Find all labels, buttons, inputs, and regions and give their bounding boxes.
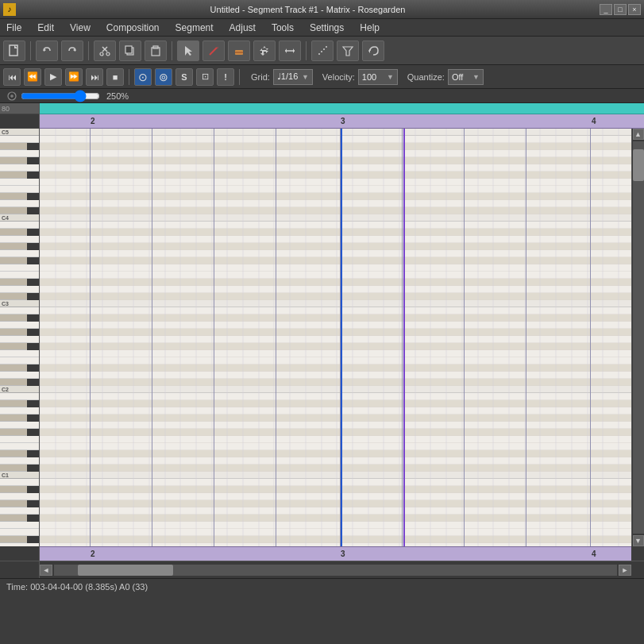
piano-key-B3[interactable] [0,222,39,229]
menu-view[interactable]: View [67,21,94,35]
punch-button[interactable]: ⊡ [196,68,214,86]
piano-key-B1[interactable] [0,393,39,400]
filter-button[interactable] [337,40,359,61]
piano-key-C1[interactable]: C1 [0,472,39,479]
redo-button[interactable] [61,40,83,61]
piano-key-Ds4[interactable] [0,193,27,200]
piano-key-Cs3[interactable] [0,293,27,300]
v-scrollbar-thumb[interactable] [633,149,644,181]
piano-key-E2[interactable] [0,357,39,364]
record-loop-button[interactable]: ⊙ [134,68,152,86]
minimize-button[interactable]: _ [600,4,612,15]
piano-key-F4[interactable] [0,179,39,186]
quantize-dropdown[interactable]: Off ▼ [448,69,484,85]
piano-key-Cs1[interactable] [0,465,27,472]
piano-key-C2[interactable]: C2 [0,386,39,393]
menu-settings[interactable]: Settings [307,21,347,35]
piano-key-Ds0[interactable] [0,536,27,543]
piano-key-Gs4[interactable] [0,157,27,164]
stop-button[interactable]: ■ [106,68,124,86]
piano-key-Ds1[interactable] [0,450,27,457]
velocity-dropdown[interactable]: 100 ▼ [358,69,398,85]
cut-button[interactable] [94,40,116,61]
h-scrollbar-track[interactable] [54,565,617,576]
piano-key-Gs2[interactable] [0,329,27,336]
piano-key-C4[interactable]: C4 [0,214,39,222]
piano-key-Fs4[interactable] [0,172,27,179]
piano-key-A2[interactable] [0,322,39,329]
chase-button[interactable]: ! [217,68,234,86]
piano-key-D4[interactable] [0,200,39,207]
scroll-down-arrow[interactable]: ▼ [633,535,644,546]
loop-button[interactable] [362,40,384,61]
piano-key-E1[interactable] [0,443,39,450]
scroll-left-arrow[interactable]: ◄ [40,565,52,576]
piano-key-G4[interactable] [0,164,39,172]
piano-key-As3[interactable] [0,229,27,236]
piano-key-Gs0[interactable] [0,500,27,507]
grid-dropdown[interactable]: ♩1/16 ▼ [273,69,313,85]
menu-edit[interactable]: Edit [34,21,57,35]
piano-key-Fs2[interactable] [0,343,27,350]
maximize-button[interactable]: □ [614,4,627,15]
grid-area[interactable] [40,129,631,546]
undo-button[interactable] [36,40,58,61]
menu-adjust[interactable]: Adjust [226,21,259,35]
menu-tools[interactable]: Tools [268,21,297,35]
piano-key-As1[interactable] [0,400,27,407]
resize-tool-button[interactable] [279,40,301,61]
piano-key-C5[interactable]: C5 [0,129,39,136]
record2-button[interactable]: ⊚ [155,68,172,86]
piano-key-B0[interactable] [0,479,39,486]
piano-key-A4[interactable] [0,150,39,157]
v-scrollbar-track[interactable] [633,141,644,534]
piano-key-Fs3[interactable] [0,257,27,264]
copy-button[interactable] [119,40,141,61]
piano-key-G3[interactable] [0,250,39,257]
piano-key-As4[interactable] [0,143,27,150]
piano-key-F1[interactable] [0,436,39,443]
piano-key-G2[interactable] [0,336,39,343]
piano-key-D2[interactable] [0,372,39,379]
rewind-button[interactable]: ⏪ [24,68,41,86]
piano-key-E3[interactable] [0,272,39,279]
piano-key-D1[interactable] [0,457,39,465]
draw-tool-button[interactable] [202,40,225,61]
piano-key-Cs4[interactable] [0,207,27,214]
menu-composition[interactable]: Composition [103,21,163,35]
top-ruler[interactable]: 2 3 4 [40,114,644,129]
fast-forward-end-button[interactable]: ⏭ [86,68,103,86]
menu-file[interactable]: File [3,21,25,35]
piano-key-D0[interactable] [0,543,39,546]
paste-button[interactable] [145,40,167,61]
move-tool-button[interactable] [253,40,276,61]
piano-key-A3[interactable] [0,236,39,243]
play-button[interactable]: ▶ [44,68,62,86]
scroll-up-arrow[interactable]: ▲ [633,129,644,140]
piano-key-E4[interactable] [0,186,39,193]
zoom-slider[interactable] [21,92,100,100]
piano-key-Gs3[interactable] [0,243,27,250]
piano-key-Ds3[interactable] [0,279,27,286]
scroll-right-arrow[interactable]: ► [619,565,631,576]
h-scrollbar-thumb[interactable] [78,565,173,576]
solo-button[interactable]: S [175,68,193,86]
rewind-start-button[interactable]: ⏮ [3,68,21,86]
piano-keyboard[interactable]: C5C4C3C2C1C0 [0,129,40,546]
new-button[interactable] [3,40,25,61]
select-tool-button[interactable] [177,40,199,61]
close-button[interactable]: × [628,4,641,15]
piano-key-D3[interactable] [0,286,39,293]
menu-segment[interactable]: Segment [172,21,217,35]
piano-key-Fs1[interactable] [0,429,27,436]
piano-key-G0[interactable] [0,507,39,515]
piano-key-F0[interactable] [0,522,39,529]
menu-help[interactable]: Help [357,21,383,35]
piano-key-B4[interactable] [0,136,39,143]
velocity-button[interactable] [311,40,334,61]
piano-key-As0[interactable] [0,486,27,493]
fast-forward-button[interactable]: ⏩ [65,68,83,86]
piano-key-Fs0[interactable] [0,515,27,522]
piano-key-G1[interactable] [0,422,39,429]
piano-key-Gs1[interactable] [0,415,27,422]
